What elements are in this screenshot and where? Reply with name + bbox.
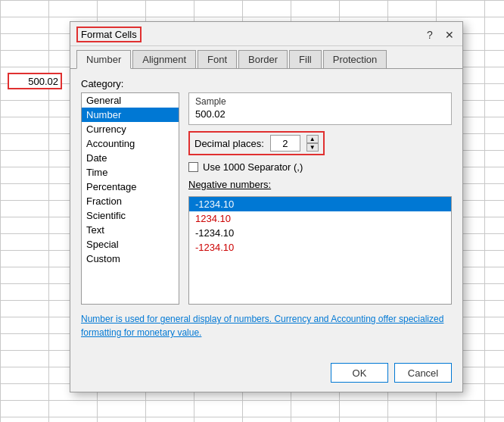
tab-fill[interactable]: Fill: [289, 50, 322, 68]
neg-item-2[interactable]: 1234.10: [189, 211, 451, 226]
close-button[interactable]: ✕: [443, 28, 456, 42]
dialog-title-bar: Format Cells ? ✕: [70, 22, 462, 46]
decimal-places-row: Decimal places: ▲ ▼: [188, 131, 325, 155]
negative-numbers-list[interactable]: -1234.10 1234.10 -1234.10 -1234.10: [188, 196, 452, 305]
category-list[interactable]: General Number Currency Accounting Date …: [81, 92, 179, 305]
category-special[interactable]: Special: [82, 237, 179, 252]
neg-item-3[interactable]: -1234.10: [189, 226, 451, 240]
title-bar-left: Format Cells: [76, 27, 142, 42]
tabs-bar: Number Alignment Font Border Fill Protec…: [70, 46, 462, 69]
category-label: Category:: [81, 78, 452, 89]
separator-label: Use 1000 Separator (,): [203, 161, 303, 173]
category-accounting[interactable]: Accounting: [82, 136, 179, 151]
neg-item-1[interactable]: -1234.10: [189, 197, 451, 211]
footer-note-link[interactable]: formatting for monetary value.: [81, 327, 201, 338]
category-fraction[interactable]: Fraction: [82, 194, 179, 208]
tab-font[interactable]: Font: [198, 50, 237, 68]
category-date[interactable]: Date: [82, 151, 179, 165]
dialog-buttons: OK Cancel: [331, 363, 452, 383]
decimal-decrement-button[interactable]: ▼: [306, 143, 319, 152]
sample-value: 500.02: [195, 107, 445, 121]
right-panel: Sample 500.02 Decimal places: ▲ ▼ Use 10…: [188, 92, 452, 305]
format-cells-dialog: Format Cells ? ✕ Number Alignment Font B…: [70, 21, 463, 392]
category-custom[interactable]: Custom: [82, 252, 179, 266]
help-button[interactable]: ?: [423, 28, 437, 42]
tab-border[interactable]: Border: [238, 50, 288, 68]
cell-value-text: 500.02: [28, 76, 58, 87]
separator-checkbox[interactable]: [188, 162, 198, 172]
category-percentage[interactable]: Percentage: [82, 180, 179, 194]
category-general[interactable]: General: [82, 93, 179, 108]
negative-numbers-label: Negative numbers:: [188, 179, 452, 190]
decimal-places-label: Decimal places:: [194, 138, 264, 149]
dialog-title: Format Cells: [76, 27, 142, 42]
main-content-row: General Number Currency Accounting Date …: [81, 92, 452, 305]
tab-alignment[interactable]: Alignment: [132, 50, 196, 68]
decimal-places-input[interactable]: [270, 135, 300, 152]
selected-cell: 500.02: [8, 73, 62, 89]
decimal-spinner: ▲ ▼: [306, 135, 319, 152]
sample-label: Sample: [195, 96, 445, 107]
neg-item-4[interactable]: -1234.10: [189, 240, 451, 255]
ok-button[interactable]: OK: [331, 363, 388, 383]
dialog-content: Category: General Number Currency Accoun…: [70, 69, 462, 370]
tab-protection[interactable]: Protection: [323, 50, 387, 68]
category-currency[interactable]: Currency: [82, 122, 179, 136]
tab-number[interactable]: Number: [76, 50, 131, 69]
title-bar-right: ? ✕: [423, 28, 456, 42]
category-scientific[interactable]: Scientific: [82, 208, 179, 223]
category-text[interactable]: Text: [82, 223, 179, 237]
decimal-increment-button[interactable]: ▲: [306, 135, 319, 143]
cancel-button[interactable]: Cancel: [394, 363, 452, 383]
footer-note-plain: Number is used for general display of nu…: [81, 314, 443, 324]
footer-note: Number is used for general display of nu…: [81, 312, 452, 339]
category-time[interactable]: Time: [82, 165, 179, 180]
separator-row: Use 1000 Separator (,): [188, 161, 452, 173]
sample-section: Sample 500.02: [188, 92, 452, 125]
category-number[interactable]: Number: [82, 108, 179, 122]
